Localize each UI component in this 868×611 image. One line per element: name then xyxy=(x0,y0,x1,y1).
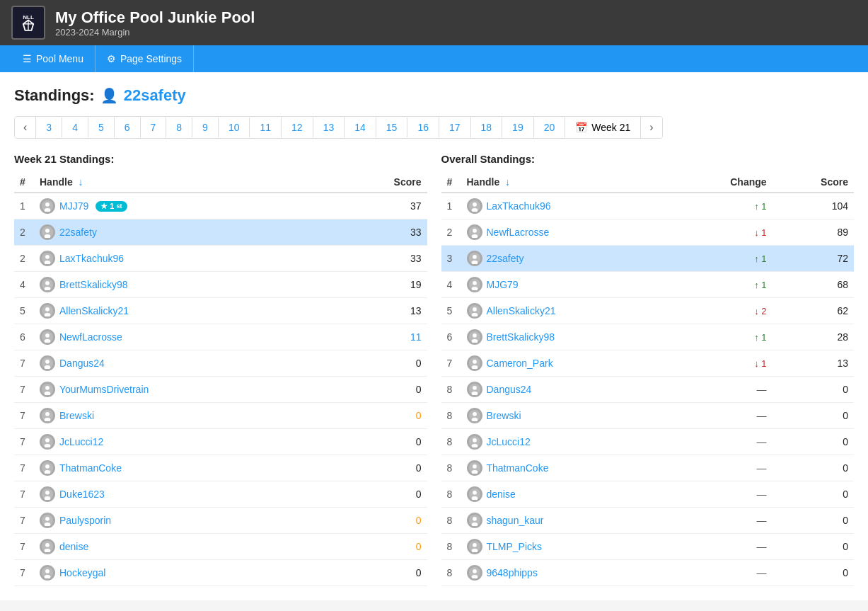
rank-cell: 8 xyxy=(441,481,461,508)
page-settings-button[interactable]: ⚙ Page Settings xyxy=(96,45,194,72)
change-cell: — xyxy=(672,560,772,586)
score-cell: 0 xyxy=(772,508,854,534)
rank-cell: 4 xyxy=(14,272,34,298)
week-14[interactable]: 14 xyxy=(345,118,376,137)
handle-name[interactable]: denise xyxy=(59,541,88,552)
prev-week-button[interactable]: ‹ xyxy=(15,117,36,138)
handle-name[interactable]: Hockeygal xyxy=(59,567,105,578)
handle-name[interactable]: NewfLacrosse xyxy=(487,227,550,238)
avatar xyxy=(467,251,482,266)
change-cell: — xyxy=(672,377,772,403)
score-cell: 62 xyxy=(772,298,854,324)
change-cell: ↓ 1 xyxy=(672,219,772,246)
table-row: 7 JcLucci12 0 xyxy=(14,429,427,455)
handle-name[interactable]: LaxTkachuk96 xyxy=(59,253,124,264)
score-cell: 104 xyxy=(772,193,854,219)
week-16[interactable]: 16 xyxy=(407,118,439,137)
handle-name[interactable]: MJG79 xyxy=(487,279,519,290)
week-5[interactable]: 5 xyxy=(88,118,115,137)
handle-name[interactable]: YourMumsDrivetrain xyxy=(59,384,149,395)
rank-cell: 8 xyxy=(441,377,461,403)
week-8[interactable]: 8 xyxy=(166,118,192,137)
next-week-button[interactable]: › xyxy=(640,117,661,138)
avatar xyxy=(467,198,482,214)
week-7[interactable]: 7 xyxy=(141,118,167,137)
week-18[interactable]: 18 xyxy=(471,118,503,137)
svg-point-93 xyxy=(473,569,477,573)
week-15[interactable]: 15 xyxy=(376,118,408,137)
handle-name[interactable]: shagun_kaur xyxy=(487,515,544,526)
handle-name[interactable]: JcLucci12 xyxy=(59,436,103,447)
week-20[interactable]: 20 xyxy=(534,118,566,137)
handle-cell: NewfLacrosse xyxy=(34,324,331,350)
handle-name[interactable]: ThatmanCoke xyxy=(487,462,549,474)
handle-name[interactable]: AllenSkalicky21 xyxy=(59,305,129,316)
standings-username[interactable]: 22safety xyxy=(124,86,186,105)
overall-header-row: # Handle ↓ Change Score xyxy=(441,172,855,193)
pool-menu-button[interactable]: ☰ Pool Menu xyxy=(11,45,96,72)
table-row: 7 Paulysporin 0 xyxy=(14,508,427,534)
handle-name[interactable]: LaxTkachuk96 xyxy=(487,200,551,212)
handle-name[interactable]: NewfLacrosse xyxy=(59,331,122,343)
handle-name[interactable]: 22safety xyxy=(59,227,97,238)
handle-cell: AllenSkalicky21 xyxy=(34,298,331,324)
handle-cell: BrettSkalicky98 xyxy=(461,324,673,350)
handle-name[interactable]: 9648phipps xyxy=(487,567,538,578)
week-6[interactable]: 6 xyxy=(115,118,141,137)
gear-icon: ⚙ xyxy=(107,53,116,64)
current-week-label[interactable]: 📅 Week 21 xyxy=(565,118,640,137)
handle-cell: Brewski xyxy=(461,403,673,429)
change-cell: ↑ 1 xyxy=(672,246,772,272)
handle-name[interactable]: denise xyxy=(487,489,516,500)
score-cell: 0 xyxy=(331,560,427,586)
table-row: 8 shagun_kaur — 0 xyxy=(441,508,855,534)
handle-name[interactable]: BrettSkalicky98 xyxy=(59,279,127,290)
score-cell: 0 xyxy=(772,403,854,429)
week-13[interactable]: 13 xyxy=(313,118,345,137)
col-overall-handle: Handle ↓ xyxy=(461,172,673,193)
handle-name[interactable]: Dangus24 xyxy=(487,384,532,395)
handle-name[interactable]: Paulysporin xyxy=(59,515,111,526)
week-12[interactable]: 12 xyxy=(282,118,313,137)
handle-cell: LaxTkachuk96 xyxy=(34,246,331,272)
avatar xyxy=(40,565,55,581)
week-4[interactable]: 4 xyxy=(62,118,88,137)
handle-name[interactable]: Duke1623 xyxy=(59,489,105,500)
rank-cell: 7 xyxy=(14,481,34,508)
handle-name[interactable]: 22safety xyxy=(487,253,524,264)
week-17[interactable]: 17 xyxy=(439,118,471,137)
week-3[interactable]: 3 xyxy=(36,118,62,137)
change-none-icon: — xyxy=(757,462,767,474)
table-row: 8 JcLucci12 — 0 xyxy=(441,429,855,455)
week-11[interactable]: 11 xyxy=(250,118,282,137)
avatar xyxy=(467,565,482,581)
avatar xyxy=(40,224,55,240)
table-row: 6 NewfLacrosse 11 xyxy=(14,324,427,350)
handle-name[interactable]: BrettSkalicky98 xyxy=(487,331,555,343)
rank-cell: 7 xyxy=(14,508,34,534)
rank-cell: 7 xyxy=(14,534,34,560)
week-10[interactable]: 10 xyxy=(219,118,250,137)
handle-name[interactable]: ThatmanCoke xyxy=(59,462,122,474)
handle-name[interactable]: Brewski xyxy=(487,410,521,421)
handle-cell: AllenSkalicky21 xyxy=(461,298,673,324)
week-9[interactable]: 9 xyxy=(192,118,219,137)
table-row: 7 YourMumsDrivetrain 0 xyxy=(14,377,427,403)
handle-name[interactable]: Cameron_Park xyxy=(487,358,553,369)
handle-name[interactable]: AllenSkalicky21 xyxy=(487,305,556,316)
svg-point-45 xyxy=(45,543,50,547)
handle-name[interactable]: Brewski xyxy=(59,410,94,421)
change-up-icon: ↑ 1 xyxy=(754,332,766,343)
col-overall-rank: # xyxy=(441,172,461,193)
rank-cell: 7 xyxy=(14,350,34,377)
handle-cell: Dangus24 xyxy=(34,350,331,377)
handle-name[interactable]: Dangus24 xyxy=(59,358,105,369)
change-down-icon: ↓ 2 xyxy=(754,306,766,316)
handle-name[interactable]: JcLucci12 xyxy=(487,436,531,447)
table-row: 8 TLMP_Picks — 0 xyxy=(441,534,855,560)
week-19[interactable]: 19 xyxy=(502,118,534,137)
handle-name[interactable]: MJJ79 xyxy=(59,200,88,212)
handle-cell: BrettSkalicky98 xyxy=(34,272,331,298)
handle-name[interactable]: TLMP_Picks xyxy=(487,541,543,552)
avatar xyxy=(467,513,482,528)
